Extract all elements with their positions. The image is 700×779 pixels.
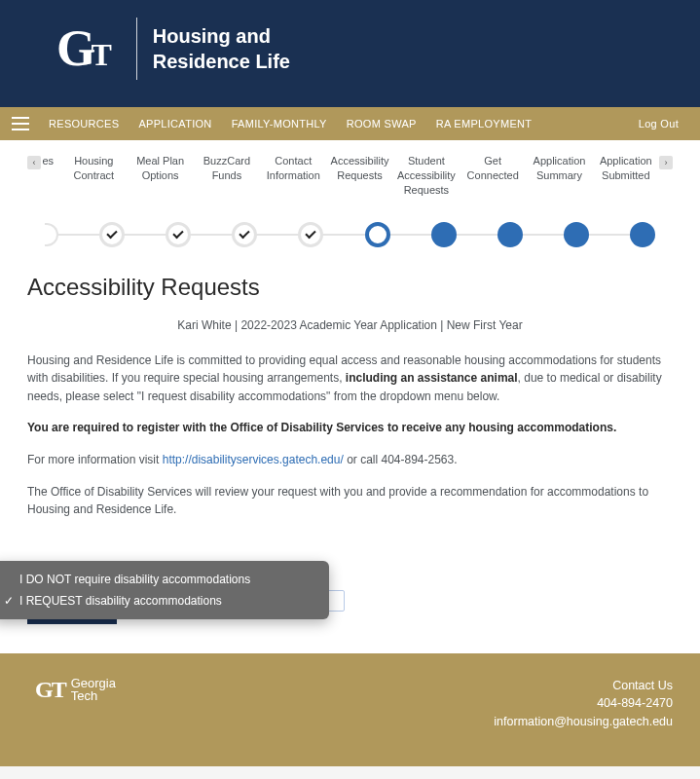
step-get-connected[interactable]: Get Connected bbox=[461, 154, 524, 198]
progress-node-done bbox=[166, 222, 191, 247]
more-info-b: or call 404-894-2563. bbox=[344, 453, 458, 466]
nav-resources[interactable]: RESOURCES bbox=[39, 118, 129, 130]
wizard-steps: ‹ › & es Housing Contract Meal Plan Opti… bbox=[27, 154, 673, 198]
step-summary[interactable]: Application Summary bbox=[528, 154, 590, 198]
gt-logo: GT bbox=[56, 26, 107, 72]
check-icon bbox=[106, 227, 117, 238]
footer-contact: Contact Us 404-894-2470 information@hous… bbox=[494, 677, 673, 731]
contact-us-label: Contact Us bbox=[494, 677, 673, 695]
progress-node-future bbox=[431, 222, 457, 247]
step-submitted[interactable]: Application Submitted bbox=[595, 154, 657, 198]
step-student-accessibility[interactable]: Student Accessibility Requests bbox=[395, 154, 458, 198]
more-info-a: For more information visit bbox=[27, 453, 163, 466]
more-info-paragraph: For more information visit http://disabi… bbox=[27, 451, 673, 469]
gt-logo-small: GT bbox=[35, 677, 65, 703]
dropdown-option-none[interactable]: I DO NOT require disability accommodatio… bbox=[0, 569, 329, 590]
step-accessibility[interactable]: Accessibility Requests bbox=[328, 154, 390, 198]
step-housing-contract[interactable]: Housing Contract bbox=[62, 154, 125, 198]
nav-room-swap[interactable]: ROOM SWAP bbox=[337, 118, 426, 130]
progress-node-future bbox=[497, 222, 523, 247]
department-title: Housing and Residence Life bbox=[153, 23, 290, 74]
nav-ra-employment[interactable]: RA EMPLOYMENT bbox=[426, 118, 542, 130]
register-required: You are required to register with the Of… bbox=[27, 419, 673, 437]
progress-node-future bbox=[630, 222, 655, 247]
main-nav: RESOURCES APPLICATION FAMILY-MONTHLY ROO… bbox=[0, 107, 700, 140]
progress-indicator bbox=[35, 217, 665, 252]
check-icon bbox=[173, 227, 184, 238]
menu-icon[interactable] bbox=[12, 117, 29, 130]
progress-start-icon bbox=[45, 223, 58, 246]
dept-line-1: Housing and bbox=[153, 23, 290, 49]
step-meal-plan[interactable]: Meal Plan Options bbox=[129, 154, 191, 198]
steps-scroll-left[interactable]: ‹ bbox=[27, 156, 41, 169]
review-paragraph: The Office of Disability Services will r… bbox=[27, 483, 673, 519]
progress-node-current bbox=[365, 222, 390, 247]
progress-node-done bbox=[99, 222, 125, 247]
check-icon bbox=[306, 227, 316, 238]
ga-line-1: Georgia bbox=[71, 677, 116, 690]
footer-logo: GT Georgia Tech bbox=[35, 677, 116, 703]
page-title: Accessibility Requests bbox=[27, 274, 673, 301]
site-header: GT Housing and Residence Life bbox=[0, 0, 700, 107]
disability-services-link[interactable]: http://disabilityservices.gatech.edu/ bbox=[163, 453, 344, 466]
site-footer: GT Georgia Tech Contact Us 404-894-2470 … bbox=[0, 653, 700, 766]
check-icon bbox=[239, 227, 250, 238]
logout-link[interactable]: Log Out bbox=[629, 118, 688, 130]
progress-node-future bbox=[564, 222, 589, 247]
progress-node-done bbox=[232, 222, 257, 247]
steps-scroll-right[interactable]: › bbox=[659, 156, 673, 169]
nav-family-monthly[interactable]: FAMILY-MONTHLY bbox=[222, 118, 337, 130]
step-buzzcard[interactable]: BuzzCard Funds bbox=[196, 154, 258, 198]
contact-email: information@housing.gatech.edu bbox=[494, 713, 673, 731]
progress-node-done bbox=[298, 222, 323, 247]
dept-line-2: Residence Life bbox=[153, 49, 290, 74]
ga-line-2: Tech bbox=[71, 689, 116, 703]
application-subhead: Kari White | 2022-2023 Academic Year App… bbox=[27, 318, 673, 332]
dropdown-option-request[interactable]: I REQUEST disability accommodations bbox=[0, 590, 329, 612]
step-contact-info[interactable]: Contact Information bbox=[262, 154, 324, 198]
georgia-tech-label: Georgia Tech bbox=[71, 677, 116, 703]
intro-paragraph: Housing and Residence Life is committed … bbox=[27, 352, 673, 406]
accommodation-dropdown[interactable]: I DO NOT require disability accommodatio… bbox=[0, 561, 329, 619]
contact-phone: 404-894-2470 bbox=[494, 694, 673, 713]
nav-application[interactable]: APPLICATION bbox=[129, 118, 221, 130]
intro-text-strong: including an assistance animal bbox=[346, 371, 518, 385]
page-content: ‹ › & es Housing Contract Meal Plan Opti… bbox=[0, 140, 700, 653]
header-divider bbox=[136, 18, 137, 80]
register-required-text: You are required to register with the Of… bbox=[27, 421, 616, 434]
